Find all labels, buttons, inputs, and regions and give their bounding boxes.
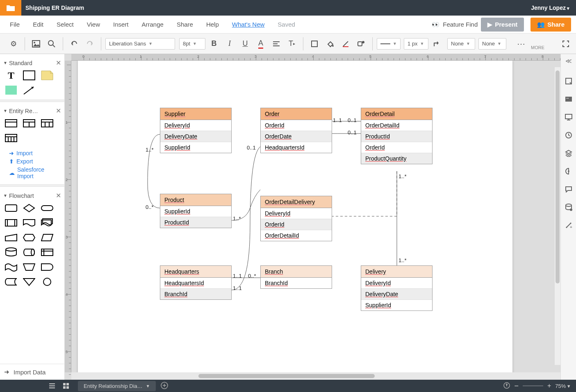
panel-salesforce-link[interactable]: ☁Salesforce Import [9,165,62,180]
entity-field[interactable]: SupplierId [361,300,432,310]
menu-insert[interactable]: Insert [108,18,134,30]
entity-delivery[interactable]: DeliveryDeliveryIdDeliveryDateSupplierId [361,265,433,311]
collapse-dock-icon[interactable]: ≪ [565,57,572,65]
close-icon[interactable]: ✕ [56,107,61,115]
entity-header[interactable]: Product [160,194,231,206]
fc-predef[interactable] [4,218,18,228]
block-shape[interactable] [22,70,36,81]
line-width-dropdown[interactable]: 1 px▼ [404,38,428,50]
menu-edit[interactable]: Edit [28,18,48,30]
entity-header[interactable]: Branch [261,266,332,278]
entity-field[interactable]: DeliveryId [361,278,432,289]
fc-delay[interactable] [40,262,54,272]
entity-shape-4[interactable] [4,133,18,143]
fc-preparation[interactable] [22,232,36,243]
entity-field[interactable]: OrderId [261,219,332,230]
entity-headquarters[interactable]: HeadquartersHeadquartersIdBranchId [160,265,232,300]
menu-whats-new[interactable]: What's New [227,18,270,30]
entity-field[interactable]: SupplierId [160,142,231,153]
entity-shape-2[interactable] [22,118,36,129]
align-icon[interactable] [269,37,283,51]
entity-field[interactable]: DeliveryId [261,208,332,219]
menu-arrange[interactable]: Arrange [137,18,168,30]
section-entity-header[interactable]: ▼Entity Re…✕ [2,105,62,118]
fc-internal[interactable] [40,247,54,258]
entity-shape-3[interactable] [40,118,54,129]
fc-process[interactable] [4,203,18,213]
vertical-scrollbar[interactable] [555,67,560,365]
fc-multidoc[interactable] [40,218,54,228]
feature-find[interactable]: 👀 Feature Find [432,21,478,28]
entity-shape-1[interactable] [4,118,18,129]
entity-field[interactable]: HeadquartersId [261,142,332,153]
entity-field[interactable]: ProductId [361,131,432,142]
share-button[interactable]: 👥 Share [530,18,571,32]
fill-icon[interactable] [323,37,337,51]
entity-field[interactable]: DeliveryDate [361,289,432,300]
document-title[interactable]: Shipping ER Diagram [25,5,84,11]
entity-header[interactable]: OrderDetailDelivery [261,196,332,208]
fc-document[interactable] [22,218,36,228]
zoom-slider[interactable] [523,385,543,386]
fullscreen-icon[interactable] [559,37,573,51]
fc-directdata[interactable] [22,247,36,258]
note-shape[interactable] [40,70,54,81]
entity-header[interactable]: OrderDetail [361,108,432,120]
font-family-dropdown[interactable]: Liberation Sans▼ [105,38,175,50]
entity-field[interactable]: SupplierId [160,206,231,217]
entity-field[interactable]: DeliveryDate [160,131,231,142]
arrow-shape[interactable] [22,85,36,95]
horizontal-scrollbar[interactable] [71,372,560,380]
panel-import-link[interactable]: ➜Import [9,149,62,157]
fc-storeddata[interactable] [4,276,18,287]
arrow-start-dropdown[interactable]: None▼ [447,38,475,50]
italic-icon[interactable]: I [223,37,237,51]
fc-manualinput[interactable] [4,232,18,243]
text-color-icon[interactable]: A [254,37,268,51]
insert-image-icon[interactable] [29,37,43,51]
section-flowchart-header[interactable]: ▼Flowchart✕ [2,190,62,203]
entity-header[interactable]: Order [261,108,332,120]
app-logo[interactable] [0,0,21,16]
fc-merge[interactable] [22,276,36,287]
entity-field[interactable]: BranchId [261,278,332,288]
entity-orderdetaildelivery[interactable]: OrderDetailDeliveryDeliveryIdOrderIdOrde… [260,196,332,241]
history-panel-icon[interactable] [564,130,574,140]
fc-decision[interactable] [22,203,36,213]
fc-data[interactable] [40,232,54,243]
actions-panel-icon[interactable]: + [564,220,574,230]
close-icon[interactable]: ✕ [56,59,61,67]
entity-branch[interactable]: BranchBranchId [260,265,332,289]
zoom-level[interactable]: 75% ▾ [555,383,570,389]
fc-terminator[interactable] [40,203,54,213]
panel-export-link[interactable]: ⬆Export [9,157,62,165]
notes-panel-icon[interactable] [564,76,574,86]
page-grid-icon[interactable] [59,383,73,389]
zoom-out-button[interactable]: − [514,382,519,390]
page-tab[interactable]: Entity Relationship Dia…▼ [78,381,156,391]
text-shape[interactable]: T [4,70,18,81]
close-icon[interactable]: ✕ [56,192,61,199]
line-color-icon[interactable] [339,37,353,51]
line-style-dropdown[interactable]: ▼ [377,38,401,50]
layers-panel-icon[interactable] [564,148,574,158]
user-menu[interactable]: Jenny Lopez [531,5,569,11]
settings-gear-icon[interactable]: ⚙ [7,37,20,51]
entity-supplier[interactable]: SupplierDeliveryIdDeliveryDateSupplierId [160,108,232,153]
present-panel-icon[interactable] [564,112,574,122]
menu-share-top[interactable]: Share [172,18,198,30]
menu-help[interactable]: Help [201,18,224,30]
bold-icon[interactable]: B [207,37,221,51]
entity-field[interactable]: OrderDate [261,131,332,142]
entity-field[interactable]: HeadquartersId [160,278,231,289]
entity-header[interactable]: Supplier [160,108,231,120]
zoom-in-button[interactable]: + [547,382,551,390]
page-list-icon[interactable] [45,383,59,389]
entity-field[interactable]: BranchId [160,289,231,299]
entity-field[interactable]: ProductId [160,217,231,228]
font-size-dropdown[interactable]: 8pt▼ [179,38,205,50]
entity-header[interactable]: Delivery [361,266,432,278]
more-icon[interactable]: ⋯ [515,37,528,51]
underline-icon[interactable]: U [238,37,252,51]
canvas[interactable]: 0123456789 1234567 [65,54,560,380]
